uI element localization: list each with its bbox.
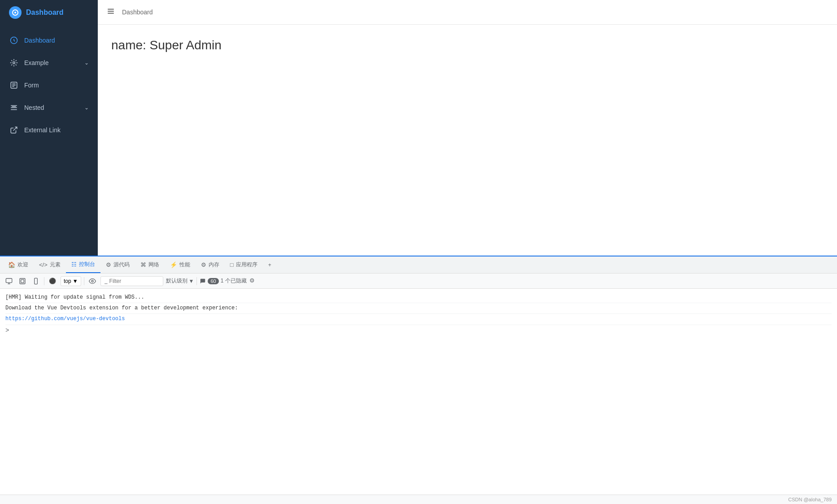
level-label: 默认级别 [166,277,187,285]
sidebar-item-nested[interactable]: Nested ⌄ [0,96,98,119]
speedometer-icon [9,35,19,45]
tab-performance[interactable]: ⚡ 性能 [165,256,196,273]
form-label: Form [24,82,89,89]
count-value: 60 [208,278,218,284]
devtools-toolbar: ⚫ top ▼ ⎯ 默认级别 ▼ 60 1 个已隐藏 [0,274,837,289]
elements-tab-label: 元素 [50,261,61,269]
main-content: Dashboard name: Super Admin [98,0,837,256]
form-icon [9,80,19,90]
svg-rect-18 [35,278,38,284]
example-icon [9,58,19,68]
inspect-button[interactable] [4,276,14,287]
nested-icon [9,103,19,113]
example-label: Example [24,59,84,66]
console-settings-button[interactable]: ⚙ [249,277,257,285]
memory-tab-icon: ⚙ [201,261,206,268]
performance-tab-label: 性能 [179,261,190,269]
memory-tab-label: 内存 [209,261,219,269]
sidebar-title: Dashboard [26,9,64,17]
plus-tab-label: + [268,262,271,268]
welcome-tab-label: 欢迎 [17,261,28,269]
level-arrow: ▼ [189,278,194,284]
message-count: 60 1 个已隐藏 [200,277,246,285]
sources-tab-icon: ⚙ [106,261,111,268]
elements-tab-icon: </> [39,261,48,268]
top-dropdown-arrow: ▼ [73,278,78,284]
svg-rect-17 [21,279,24,282]
topbar: Dashboard [98,0,837,25]
breadcrumb: Dashboard [122,9,153,16]
nested-label: Nested [24,104,84,111]
svg-rect-13 [6,278,12,282]
sidebar-item-external-link[interactable]: External Link [0,119,98,141]
hidden-count: 1 个已隐藏 [221,277,247,285]
performance-tab-icon: ⚡ [170,261,177,268]
application-tab-icon: □ [230,261,234,268]
tab-plus[interactable]: + [263,256,277,273]
console-link[interactable]: https://github.com/vuejs/vue-devtools [5,316,125,322]
sidebar-nav: Dashboard Example ⌄ [0,25,98,256]
sidebar-item-example[interactable]: Example ⌄ [0,52,98,74]
devtools-tabs: 🏠 欢迎 </> 元素 ☷ 控制台 ⚙ 源代码 ⌘ 网络 ⚡ 性能 ⚙ 内存 □ [0,256,837,274]
level-selector[interactable]: 默认级别 ▼ [166,277,194,285]
content-body: name: Super Admin [98,25,837,256]
welcome-tab-icon: 🏠 [8,261,15,268]
tab-welcome[interactable]: 🏠 欢迎 [3,256,34,273]
sidebar-item-form[interactable]: Form [0,74,98,96]
sidebar: Dashboard Dashboard [0,0,98,256]
devtools-panel: 🏠 欢迎 </> 元素 ☷ 控制台 ⚙ 源代码 ⌘ 网络 ⚡ 性能 ⚙ 内存 □ [0,256,837,504]
sidebar-item-dashboard[interactable]: Dashboard [0,29,98,52]
console-prompt[interactable]: > [5,325,832,336]
device-button[interactable] [31,276,41,287]
console-tab-label: 控制台 [79,261,95,268]
bottom-bar: CSDN @aloha_789 [0,495,837,504]
svg-line-9 [13,127,17,130]
sidebar-header: Dashboard [0,0,98,25]
console-line: Download the Vue Devtools extension for … [5,303,832,314]
watermark: CSDN @aloha_789 [788,497,832,502]
svg-point-1 [14,12,16,13]
tab-sources[interactable]: ⚙ 源代码 [100,256,135,273]
tab-application[interactable]: □ 应用程序 [225,256,263,273]
external-link-icon [9,125,19,135]
console-line: [HMR] Waiting for update signal from WDS… [5,292,832,303]
logo-icon [12,9,19,16]
toolbar-divider-1 [44,277,44,285]
menu-icon[interactable] [107,7,115,17]
console-tab-icon: ☷ [71,261,77,268]
sources-tab-label: 源代码 [113,261,130,269]
tab-elements[interactable]: </> 元素 [34,256,66,273]
filter-icon: ⎯ [105,278,108,284]
svg-rect-16 [20,278,25,284]
message-bubble-icon [200,278,206,284]
tab-memory[interactable]: ⚙ 内存 [196,256,225,273]
tab-network[interactable]: ⌘ 网络 [135,256,165,273]
clear-button[interactable]: ⚫ [47,276,58,287]
application-tab-label: 应用程序 [236,261,257,269]
network-tab-icon: ⌘ [140,261,146,268]
filter-input-container[interactable]: ⎯ [100,276,163,286]
svg-point-3 [13,62,15,64]
tab-console[interactable]: ☷ 控制台 [66,256,100,273]
example-arrow: ⌄ [84,60,89,66]
dashboard-label: Dashboard [24,37,89,44]
sidebar-logo [9,6,22,19]
toolbar-divider-2 [84,277,84,285]
screenshot-button[interactable] [17,276,28,287]
nested-arrow: ⌄ [84,104,89,111]
page-heading: name: Super Admin [111,38,824,52]
console-text-2: Download the Vue Devtools extension for … [5,305,238,311]
console-text-1: [HMR] Waiting for update signal from WDS… [5,294,144,300]
svg-point-19 [92,280,93,282]
external-link-label: External Link [24,126,89,134]
console-line-link: https://github.com/vuejs/vue-devtools [5,314,832,325]
toolbar-divider-3 [196,277,197,285]
eye-button[interactable] [87,276,98,287]
devtools-console: [HMR] Waiting for update signal from WDS… [0,289,837,495]
network-tab-label: 网络 [148,261,159,269]
context-selector[interactable]: top ▼ [61,276,81,286]
top-label: top [64,278,71,284]
filter-input[interactable] [109,278,145,284]
